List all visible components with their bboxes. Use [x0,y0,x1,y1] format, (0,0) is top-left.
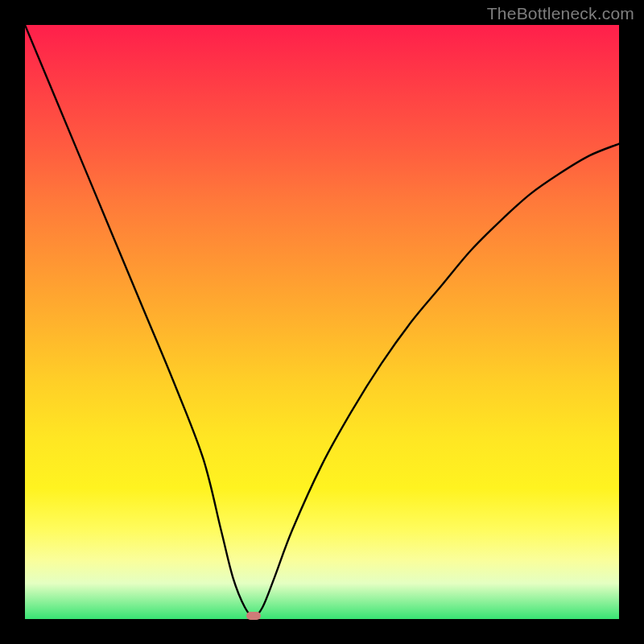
plot-area [25,25,619,619]
gradient-background [25,25,619,619]
watermark-text: TheBottleneck.com [487,4,634,23]
chart-container: { "watermark": "TheBottleneck.com", "cha… [0,0,644,644]
optimum-marker [246,612,261,620]
